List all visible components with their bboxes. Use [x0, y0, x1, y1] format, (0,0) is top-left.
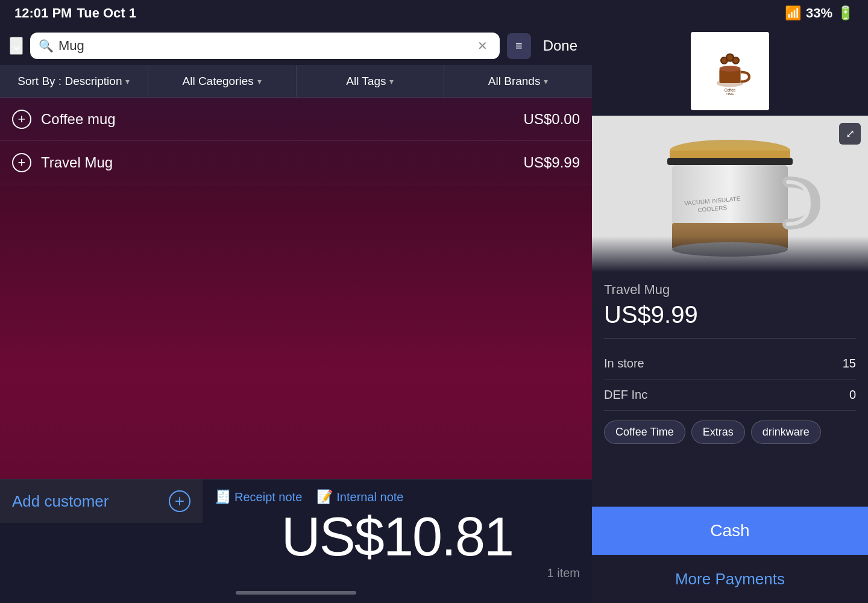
- categories-filter[interactable]: All Categories ▾: [148, 65, 297, 97]
- left-bottom: Add customer + 🧾 Receipt note 📝 Internal…: [0, 479, 592, 603]
- svg-text:Coffee: Coffee: [725, 88, 736, 92]
- travel-mug-image: VACUUM INSULATE COOLERS: [592, 116, 868, 272]
- filter-bar: Sort By : Description ▾ All Categories ▾…: [0, 65, 592, 98]
- svg-point-17: [672, 242, 788, 257]
- left-panel-inner: ⌄ 🔍 ✕ ≡ Done Sort By : Description ▾: [0, 27, 592, 479]
- internal-note-label: Internal note: [336, 490, 403, 504]
- in-store-label: In store: [604, 357, 644, 370]
- payment-section: Cash More Payments: [592, 507, 868, 603]
- left-panel: ⌄ 🔍 ✕ ≡ Done Sort By : Description ▾: [0, 27, 592, 603]
- product-price-travel-mug: US$9.99: [524, 154, 580, 171]
- status-date: Tue Oct 1: [77, 5, 136, 21]
- categories-chevron-icon: ▾: [257, 77, 262, 86]
- product-image-container: VACUUM INSULATE COOLERS ⤢: [592, 116, 868, 272]
- svg-rect-15: [672, 165, 788, 249]
- brands-filter[interactable]: All Brands ▾: [444, 65, 592, 97]
- svg-text:TIME: TIME: [726, 92, 734, 95]
- clear-search-button[interactable]: ✕: [474, 37, 491, 54]
- receipt-icon: 🧾: [215, 489, 231, 505]
- add-customer-label: Add customer: [12, 492, 108, 511]
- coffee-logo-svg: Coffee TIME: [706, 47, 754, 95]
- tag-coffee-time[interactable]: Coffee Time: [604, 420, 685, 444]
- product-item-travel-mug[interactable]: + Travel Mug US$9.99: [0, 141, 592, 184]
- supplier-label: DEF Inc: [604, 388, 647, 402]
- product-name-travel-mug: Travel Mug: [41, 154, 524, 171]
- svg-rect-16: [672, 223, 788, 249]
- internal-note-button[interactable]: 📝 Internal note: [316, 489, 403, 505]
- svg-point-2: [719, 66, 740, 72]
- add-customer-icon: +: [169, 490, 190, 512]
- status-bar: 12:01 PM Tue Oct 1 📶 33% 🔋: [0, 0, 868, 27]
- store-logo: Coffee TIME: [691, 32, 769, 110]
- order-total-section: 🧾 Receipt note 📝 Internal note US$10.81 …: [203, 480, 592, 586]
- supplier-row: DEF Inc 0: [604, 380, 856, 411]
- product-item-coffee-mug[interactable]: + Coffee mug US$0.00: [0, 98, 592, 141]
- product-detail-price: US$9.99: [604, 301, 856, 339]
- expand-icon: ⤢: [846, 127, 855, 140]
- tags-chevron-icon: ▾: [389, 77, 394, 86]
- item-count: 1 item: [535, 566, 592, 586]
- brands-label: All Brands: [488, 75, 541, 88]
- logo-svg-wrapper: Coffee TIME: [696, 37, 764, 105]
- expand-image-button[interactable]: ⤢: [839, 123, 861, 145]
- search-input[interactable]: [58, 38, 469, 54]
- receipt-note-button[interactable]: 🧾 Receipt note: [215, 489, 302, 505]
- main-layout: ⌄ 🔍 ✕ ≡ Done Sort By : Description ▾: [0, 27, 868, 603]
- logo-area: Coffee TIME: [592, 27, 868, 116]
- add-customer-section[interactable]: Add customer +: [0, 480, 203, 523]
- receipt-note-label: Receipt note: [234, 490, 302, 504]
- categories-label: All Categories: [182, 75, 253, 88]
- brands-chevron-icon: ▾: [544, 77, 548, 86]
- list-view-icon: ≡: [515, 39, 523, 52]
- search-icon: 🔍: [39, 39, 54, 53]
- wifi-icon: 📶: [785, 5, 801, 21]
- sort-by-chevron-icon: ▾: [125, 77, 130, 86]
- dropdown-arrow-button[interactable]: ⌄: [10, 37, 23, 55]
- notes-row: 🧾 Receipt note 📝 Internal note: [203, 480, 416, 510]
- list-view-button[interactable]: ≡: [507, 33, 531, 59]
- product-price-coffee-mug: US$0.00: [524, 111, 580, 128]
- search-input-wrapper: 🔍 ✕: [30, 33, 500, 59]
- in-store-row: In store 15: [604, 348, 856, 380]
- status-time: 12:01 PM: [14, 5, 72, 21]
- battery-percentage: 33%: [806, 5, 832, 21]
- svg-rect-14: [667, 158, 793, 165]
- product-name-coffee-mug: Coffee mug: [41, 111, 524, 128]
- product-detail-name: Travel Mug: [604, 282, 856, 298]
- svg-point-6: [722, 58, 726, 63]
- right-panel: Coffee TIME: [592, 27, 868, 603]
- tags-label: All Tags: [346, 75, 386, 88]
- add-product-icon: +: [12, 110, 31, 129]
- search-bar: ⌄ 🔍 ✕ ≡ Done: [0, 27, 592, 65]
- product-list: + Coffee mug US$0.00 + Travel Mug US$9.9…: [0, 98, 592, 479]
- tag-drinkware[interactable]: drinkware: [751, 420, 821, 444]
- home-bar: [236, 591, 356, 595]
- svg-point-8: [734, 58, 738, 63]
- sort-by-label: Sort By : Description: [17, 75, 122, 88]
- notes-customer-bar: Add customer + 🧾 Receipt note 📝 Internal…: [0, 479, 592, 586]
- status-time-date: 12:01 PM Tue Oct 1: [14, 5, 136, 21]
- tags-filter[interactable]: All Tags ▾: [297, 65, 445, 97]
- cash-button[interactable]: Cash: [592, 507, 868, 555]
- supplier-value: 0: [849, 388, 856, 402]
- tag-extras[interactable]: Extras: [691, 420, 745, 444]
- add-product-icon-travel: +: [12, 153, 31, 172]
- sort-by-filter[interactable]: Sort By : Description ▾: [0, 65, 148, 97]
- more-payments-button[interactable]: More Payments: [592, 555, 868, 603]
- internal-icon: 📝: [316, 489, 333, 505]
- in-store-value: 15: [843, 357, 856, 370]
- battery-icon: 🔋: [837, 5, 854, 21]
- status-icons: 📶 33% 🔋: [785, 5, 854, 21]
- home-indicator: [0, 586, 592, 603]
- order-total: US$10.81: [269, 510, 525, 566]
- tags-section: Coffee Time Extras drinkware: [604, 411, 856, 454]
- svg-point-7: [727, 55, 733, 61]
- product-info: Travel Mug US$9.99 In store 15 DEF Inc 0…: [592, 272, 868, 507]
- product-detail-panel: VACUUM INSULATE COOLERS ⤢ Travel Mug US$…: [592, 116, 868, 507]
- done-button[interactable]: Done: [538, 35, 582, 57]
